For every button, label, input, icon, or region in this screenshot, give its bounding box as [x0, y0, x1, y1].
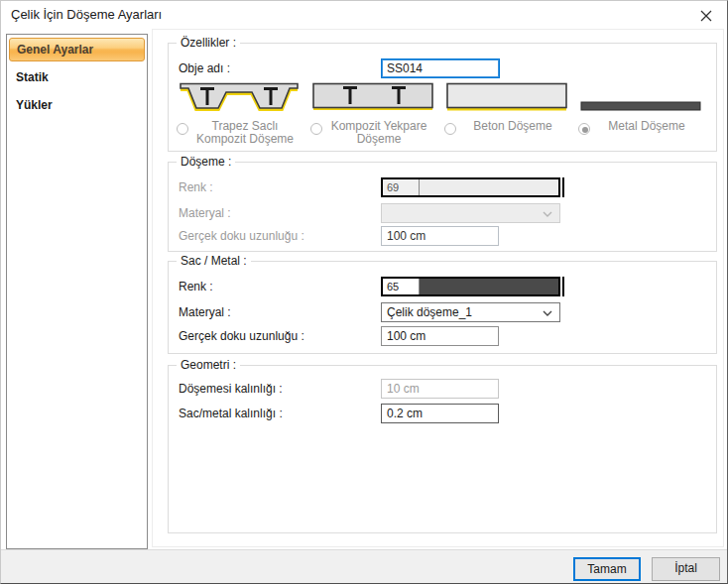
settings-nav-list: Genel Ayarlar Statik Yükler	[6, 34, 148, 549]
sac-renk-index: 65	[383, 279, 420, 294]
radio-label-metal-doseme: Metal Döşeme	[590, 120, 703, 133]
kompozit-yekpare-doseme-image	[310, 82, 435, 112]
radio-label-trapez-sacli: Trapez Saclı Kompozit Döşeme	[188, 120, 302, 146]
sac-materyal-label: Materyal :	[179, 302, 231, 322]
chevron-down-icon	[543, 310, 552, 316]
radio-metal-doseme[interactable]	[578, 123, 590, 135]
radio-kompozit-yekpare[interactable]	[310, 123, 322, 135]
doseme-kalinligi-label: Döşemesi kalınlığı :	[179, 379, 283, 399]
close-icon	[699, 9, 713, 23]
sac-materyal-value: Çelik döşeme_1	[387, 305, 472, 319]
sac-doku-label: Gerçek doku uzunluğu :	[179, 326, 304, 346]
sac-materyal-select[interactable]: Çelik döşeme_1	[381, 302, 560, 322]
dialog-footer: Tamam İptal	[1, 549, 727, 584]
titlebar: Çelik İçin Döşeme Ayarları	[1, 1, 727, 29]
group-title-doseme: Döşeme :	[177, 155, 235, 169]
group-title-sac-metal: Sac / Metal :	[177, 254, 251, 268]
obje-adi-input[interactable]	[381, 58, 500, 78]
sac-kalinligi-label: Sac/metal kalınlığı :	[179, 404, 283, 423]
radio-label-line1: Beton Döşeme	[456, 120, 569, 133]
sac-kalinligi-input[interactable]	[381, 404, 499, 423]
doseme-renk-label: Renk :	[179, 177, 213, 197]
sac-renk-color-button[interactable]: 65	[381, 277, 560, 296]
floor-type-option-yekpare: Kompozit Yekpare Döşeme	[310, 82, 435, 148]
floor-type-option-metal: Metal Döşeme	[578, 82, 703, 148]
radio-label-line2: Döşeme	[322, 133, 435, 146]
group-sac-metal: Sac / Metal : Renk : 65 Materyal : Çelik…	[168, 261, 717, 354]
cancel-button[interactable]: İptal	[652, 557, 720, 581]
group-geometri: Geometri : Döşemesi kalınlığı : Sac/meta…	[168, 365, 717, 533]
radio-label-line2: Kompozit Döşeme	[188, 133, 302, 146]
ok-button[interactable]: Tamam	[573, 557, 641, 581]
sidebar-item-yukler[interactable]: Yükler	[7, 91, 147, 119]
sidebar-item-genel-ayarlar[interactable]: Genel Ayarlar	[9, 38, 145, 61]
group-title-geometri: Geometri :	[177, 358, 240, 372]
radio-label-line1: Metal Döşeme	[590, 120, 703, 133]
obje-adi-label: Obje adı :	[179, 58, 230, 78]
doseme-renk-color-button[interactable]: 69	[381, 177, 560, 197]
doseme-materyal-label: Materyal :	[179, 203, 231, 223]
sac-renk-swatch	[420, 279, 558, 294]
trapez-sacli-kompozit-doseme-image	[177, 82, 302, 112]
floor-type-option-trapez: Trapez Saclı Kompozit Döşeme	[177, 82, 302, 148]
dialog-celik-doseme-ayarlari: Çelik İçin Döşeme Ayarları Genel Ayarlar…	[0, 0, 728, 584]
sidebar-item-statik[interactable]: Statik	[7, 63, 147, 91]
sac-renk-label: Renk :	[179, 277, 213, 296]
doseme-kalinligi-input	[381, 379, 499, 399]
chevron-down-icon	[543, 211, 552, 217]
doseme-doku-input[interactable]	[381, 226, 499, 246]
doseme-renk-index: 69	[383, 179, 420, 195]
doseme-materyal-select	[381, 203, 560, 223]
doseme-renk-swatch	[420, 179, 558, 195]
dialog-title: Çelik İçin Döşeme Ayarları	[11, 7, 162, 22]
radio-label-beton-doseme: Beton Döşeme	[456, 120, 569, 133]
group-ozellikler: Özellikler : Obje adı : Trapez Saclı	[168, 43, 717, 152]
close-button[interactable]	[691, 4, 721, 28]
radio-label-kompozit-yekpare: Kompozit Yekpare Döşeme	[322, 120, 435, 146]
floor-type-option-beton: Beton Döşeme	[444, 82, 569, 148]
metal-doseme-image	[578, 82, 703, 112]
radio-beton-doseme[interactable]	[444, 123, 456, 135]
group-doseme: Döşeme : Renk : 69 Materyal : Gerçek dok…	[168, 162, 717, 252]
sac-doku-input[interactable]	[381, 326, 499, 346]
beton-doseme-image	[444, 82, 569, 112]
group-title-ozellikler: Özellikler :	[177, 36, 240, 50]
doseme-doku-label: Gerçek doku uzunluğu :	[179, 226, 304, 246]
radio-trapez-sacli[interactable]	[177, 123, 188, 135]
